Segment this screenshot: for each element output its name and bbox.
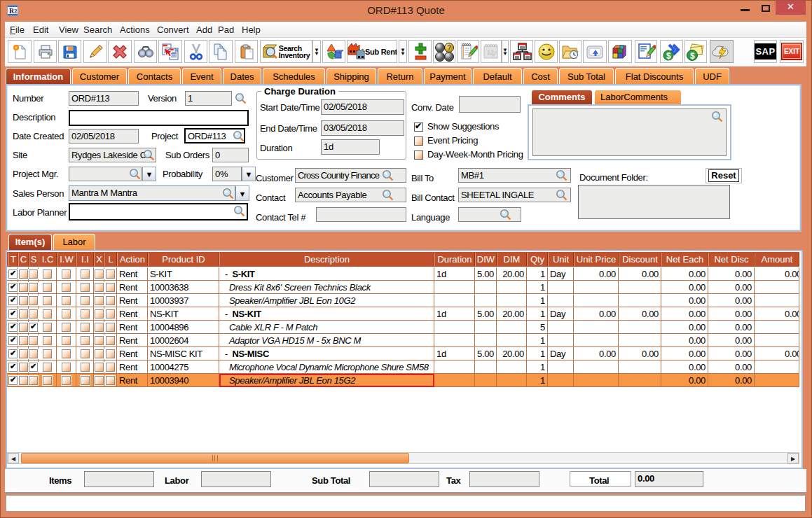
svg-text:$: $ <box>666 50 671 60</box>
svg-text:?: ? <box>447 44 451 52</box>
svg-text:$: $ <box>690 50 695 60</box>
